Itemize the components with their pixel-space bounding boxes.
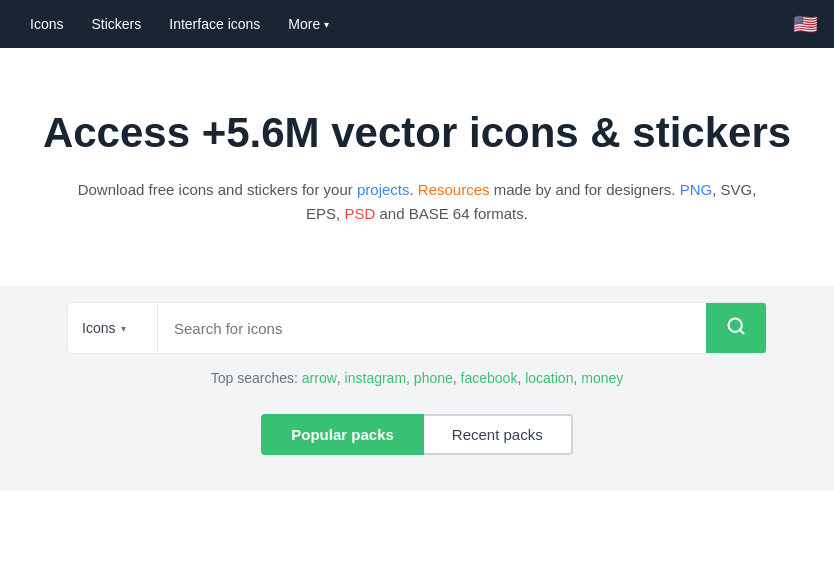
search-term-phone[interactable]: phone xyxy=(414,370,453,386)
packs-toggle: Popular packs Recent packs xyxy=(0,414,834,455)
search-term-location[interactable]: location xyxy=(525,370,573,386)
svg-line-1 xyxy=(740,330,744,334)
search-button[interactable] xyxy=(706,303,766,353)
search-term-facebook[interactable]: facebook xyxy=(461,370,518,386)
dropdown-arrow-icon: ▾ xyxy=(121,323,126,334)
nav-icons[interactable]: Icons xyxy=(16,0,77,48)
search-icon xyxy=(726,316,746,341)
nav-interface-icons[interactable]: Interface icons xyxy=(155,0,274,48)
navbar: Icons Stickers Interface icons More ▾ 🇺🇸 xyxy=(0,0,834,48)
packs-section: Popular packs Recent packs xyxy=(0,414,834,475)
nav-stickers[interactable]: Stickers xyxy=(77,0,155,48)
search-term-money[interactable]: money xyxy=(581,370,623,386)
nav-more[interactable]: More ▾ xyxy=(274,0,343,48)
top-searches-label: Top searches: xyxy=(211,370,298,386)
nav-more-label: More xyxy=(288,16,320,32)
top-searches: Top searches: arrow, instagram, phone, f… xyxy=(0,370,834,386)
search-type-dropdown[interactable]: Icons ▾ xyxy=(68,303,158,353)
popular-packs-button[interactable]: Popular packs xyxy=(261,414,424,455)
chevron-down-icon: ▾ xyxy=(324,19,329,30)
recent-packs-button[interactable]: Recent packs xyxy=(424,414,573,455)
search-bar: Icons ▾ xyxy=(67,302,767,354)
hero-section: Access +5.6M vector icons & stickers Dow… xyxy=(0,48,834,256)
language-flag[interactable]: 🇺🇸 xyxy=(793,12,818,36)
search-section: Icons ▾ Top searches: arrow, instagram, … xyxy=(0,286,834,491)
search-term-arrow[interactable]: arrow xyxy=(302,370,337,386)
hero-subtitle: Download free icons and stickers for you… xyxy=(77,178,757,226)
search-term-instagram[interactable]: instagram xyxy=(345,370,406,386)
hero-title: Access +5.6M vector icons & stickers xyxy=(20,108,814,158)
search-type-label: Icons xyxy=(82,320,115,336)
search-input[interactable] xyxy=(158,303,706,353)
